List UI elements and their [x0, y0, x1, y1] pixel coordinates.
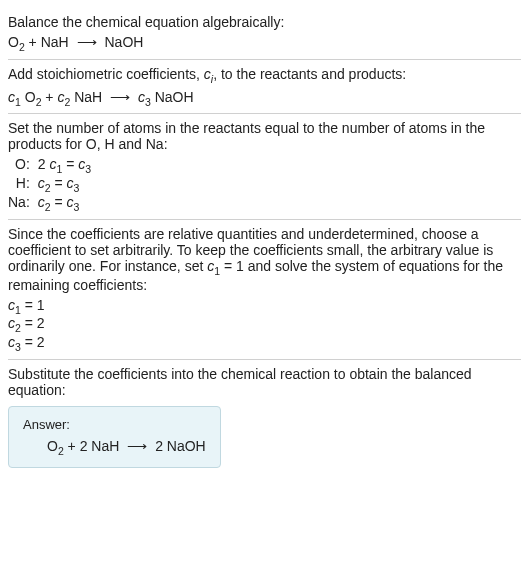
arrow-icon: ⟶	[106, 89, 134, 105]
c1: c	[8, 89, 15, 105]
coeff-line: c3 = 2	[8, 334, 521, 353]
problem-equation: O2 + NaH ⟶ NaOH	[8, 34, 521, 53]
answer-box: Answer: O2 + 2 NaH ⟶ 2 NaOH	[8, 406, 221, 468]
atoms-intro: Set the number of atoms in the reactants…	[8, 120, 521, 152]
section-problem: Balance the chemical equation algebraica…	[8, 8, 521, 60]
nah: NaH	[70, 89, 106, 105]
coeff-line: c2 = 2	[8, 315, 521, 334]
c3: c	[134, 89, 145, 105]
atom-label: Na:	[8, 194, 38, 213]
answer-label: Answer:	[23, 417, 206, 432]
table-row: O: 2 c1 = c3	[8, 156, 91, 175]
problem-intro: Balance the chemical equation algebraica…	[8, 14, 521, 30]
section-coefficients: Add stoichiometric coefficients, ci, to …	[8, 60, 521, 115]
o2: O	[21, 89, 36, 105]
atom-equation: 2 c1 = c3	[38, 156, 91, 175]
ci-symbol: c	[204, 66, 211, 82]
coefficient-values: c1 = 1 c2 = 2 c3 = 2	[8, 297, 521, 353]
table-row: H: c2 = c3	[8, 175, 91, 194]
answer-intro: Substitute the coefficients into the che…	[8, 366, 521, 398]
answer-equation: O2 + 2 NaH ⟶ 2 NaOH	[23, 438, 206, 457]
atom-equation: c2 = c3	[38, 175, 91, 194]
atoms-table: O: 2 c1 = c3 H: c2 = c3 Na: c2 = c3	[8, 156, 91, 212]
section-atoms: Set the number of atoms in the reactants…	[8, 114, 521, 219]
reactant-nah: + NaH	[25, 34, 73, 50]
solve-intro: Since the coefficients are relative quan…	[8, 226, 521, 293]
atom-equation: c2 = c3	[38, 194, 91, 213]
plus: +	[41, 89, 57, 105]
coefficients-equation: c1 O2 + c2 NaH ⟶ c3 NaOH	[8, 89, 521, 108]
product-naoh: NaOH	[101, 34, 144, 50]
ans-o2: O	[47, 438, 58, 454]
atom-label: O:	[8, 156, 38, 175]
arrow-icon: ⟶	[123, 438, 151, 454]
reactant-o2: O	[8, 34, 19, 50]
ans-nah: + 2 NaH	[64, 438, 124, 454]
coeff-line: c1 = 1	[8, 297, 521, 316]
table-row: Na: c2 = c3	[8, 194, 91, 213]
section-solve: Since the coefficients are relative quan…	[8, 220, 521, 360]
coefficients-intro: Add stoichiometric coefficients, ci, to …	[8, 66, 521, 85]
section-answer: Substitute the coefficients into the che…	[8, 360, 521, 474]
naoh: NaOH	[151, 89, 194, 105]
arrow-icon: ⟶	[73, 34, 101, 50]
atom-label: H:	[8, 175, 38, 194]
ans-naoh: 2 NaOH	[151, 438, 205, 454]
